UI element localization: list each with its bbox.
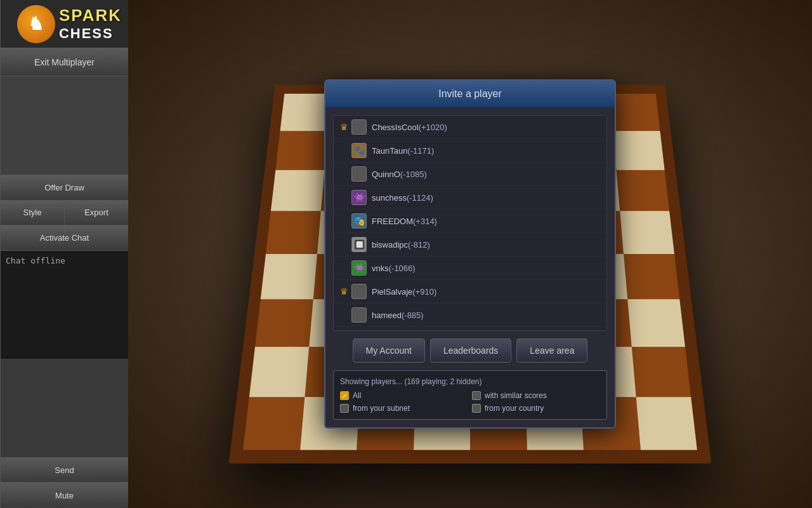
logo-horse-icon: ♞ bbox=[17, 5, 55, 43]
player-list-item[interactable]: ♛PielSalvaje (+910) bbox=[334, 280, 606, 304]
player-name: vnks bbox=[372, 264, 389, 273]
player-list-item[interactable]: 🐾TaunTaun (-1171) bbox=[334, 139, 606, 163]
style-export-row: Style Export bbox=[1, 201, 128, 225]
chat-offline-area: Chat offline bbox=[1, 251, 128, 359]
player-score: (-885) bbox=[402, 311, 424, 320]
player-score: (-1085) bbox=[400, 170, 427, 179]
sidebar-spacer bbox=[1, 359, 128, 457]
modal-action-buttons: My AccountLeaderboardsLeave area bbox=[325, 338, 615, 370]
player-avatar: 👾 bbox=[351, 260, 367, 276]
player-list-item[interactable]: hameed (-885) bbox=[334, 304, 606, 327]
player-score: (+910) bbox=[412, 287, 436, 297]
send-button[interactable]: Send bbox=[1, 457, 128, 483]
crown-icon: ♛ bbox=[340, 286, 349, 297]
sidebar-game-area bbox=[1, 76, 128, 175]
filter-label-all: All bbox=[353, 391, 361, 400]
player-avatar bbox=[351, 119, 367, 135]
player-avatar: 🎭 bbox=[351, 213, 367, 229]
mute-button[interactable]: Mute bbox=[1, 483, 128, 508]
leaderboards-button[interactable]: Leaderboards bbox=[430, 338, 511, 363]
filter-checkbox-subnet[interactable] bbox=[340, 404, 349, 413]
player-avatar bbox=[351, 307, 367, 323]
offer-draw-button[interactable]: Offer Draw bbox=[1, 175, 128, 201]
showing-players-box: Showing players... (169 playing; 2 hidde… bbox=[333, 370, 607, 420]
player-name: PielSalvaje bbox=[372, 287, 412, 297]
player-list-item[interactable]: 🎭FREEDOM (+314) bbox=[334, 210, 606, 233]
player-avatar: 👾 bbox=[351, 190, 367, 205]
player-name: biswadipc bbox=[372, 240, 408, 250]
filter-item-subnet: from your subnet bbox=[340, 404, 468, 413]
player-score: (-1124) bbox=[407, 193, 433, 203]
activate-chat-button[interactable]: Activate Chat bbox=[1, 225, 128, 251]
player-list-item[interactable]: 👾vnks (-1066) bbox=[334, 257, 606, 280]
modal-overlay: Invite a player ♛ChessIsCool (+1020)🐾Tau… bbox=[128, 0, 812, 508]
player-name: QuinnO bbox=[372, 170, 400, 179]
my-account-button[interactable]: My Account bbox=[353, 338, 425, 363]
filter-label-similar-scores: with similar scores bbox=[485, 391, 547, 400]
player-list-item[interactable]: 🔲biswadipc (-812) bbox=[334, 233, 606, 257]
main-chess-area: Invite a player ♛ChessIsCool (+1020)🐾Tau… bbox=[128, 0, 812, 508]
player-name: hameed bbox=[372, 311, 402, 320]
logo-chess: CHESS bbox=[59, 25, 114, 42]
leave-area-button[interactable]: Leave area bbox=[516, 338, 587, 363]
player-list-item[interactable]: ♛ChessIsCool (+1020) bbox=[334, 116, 606, 139]
filter-label-subnet: from your subnet bbox=[353, 404, 410, 413]
player-name: sunchess bbox=[372, 193, 407, 203]
filter-checkbox-all[interactable] bbox=[340, 391, 349, 400]
filter-checkbox-similar-scores[interactable] bbox=[472, 391, 481, 400]
exit-multiplayer-button[interactable]: Exit Multiplayer bbox=[1, 48, 128, 76]
logo-area: ♞ SPARK CHESS bbox=[1, 0, 128, 48]
filter-item-similar-scores: with similar scores bbox=[472, 391, 600, 400]
logo-spark: SPARK bbox=[59, 6, 122, 25]
player-list-item[interactable]: 👾chessbuff (-1104) bbox=[334, 327, 606, 331]
filter-item-country: from your country bbox=[472, 404, 600, 413]
filter-grid: Allwith similar scoresfrom your subnetfr… bbox=[340, 391, 600, 413]
logo-text: SPARK CHESS bbox=[59, 6, 122, 42]
player-score: (-812) bbox=[408, 240, 430, 250]
player-avatar: 🔲 bbox=[351, 237, 367, 252]
modal-header: Invite a player bbox=[325, 81, 615, 107]
chat-offline-text: Chat offline bbox=[6, 256, 65, 265]
player-name: ChessIsCool bbox=[372, 123, 419, 132]
player-name: TaunTaun bbox=[372, 146, 407, 156]
player-score: (-1066) bbox=[389, 264, 416, 273]
player-avatar bbox=[351, 284, 367, 299]
filter-checkbox-country[interactable] bbox=[472, 404, 481, 413]
invite-player-modal: Invite a player ♛ChessIsCool (+1020)🐾Tau… bbox=[324, 79, 616, 429]
style-button[interactable]: Style bbox=[1, 201, 65, 225]
player-score: (-1171) bbox=[407, 146, 434, 156]
showing-players-title: Showing players... (169 playing; 2 hidde… bbox=[340, 377, 600, 386]
sidebar: ♞ SPARK CHESS Exit Multiplayer Offer Dra… bbox=[0, 0, 128, 508]
export-button[interactable]: Export bbox=[65, 201, 128, 225]
crown-icon: ♛ bbox=[340, 122, 349, 132]
modal-title: Invite a player bbox=[438, 88, 502, 99]
filter-item-all: All bbox=[340, 391, 468, 400]
player-list[interactable]: ♛ChessIsCool (+1020)🐾TaunTaun (-1171)Qui… bbox=[333, 115, 607, 331]
player-list-item[interactable]: QuinnO (-1085) bbox=[334, 163, 606, 186]
player-avatar: 🐾 bbox=[351, 143, 367, 158]
player-list-item[interactable]: 👾sunchess (-1124) bbox=[334, 186, 606, 210]
player-avatar bbox=[351, 166, 367, 182]
player-score: (+1020) bbox=[419, 123, 447, 132]
player-score: (+314) bbox=[413, 217, 437, 226]
player-name: FREEDOM bbox=[372, 217, 413, 226]
filter-label-country: from your country bbox=[485, 404, 544, 413]
